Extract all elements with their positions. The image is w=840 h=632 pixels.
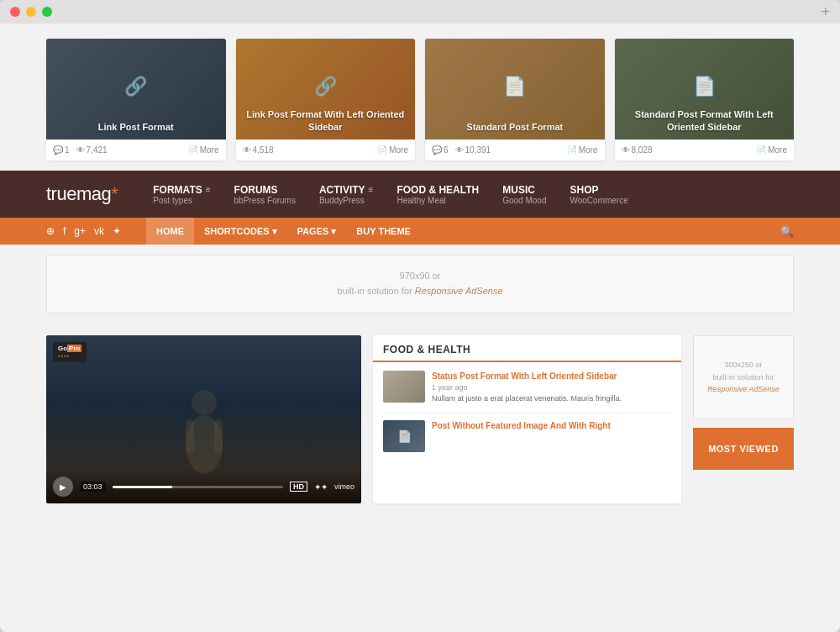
post-card-overlay-1: 🔗 Link Post Format	[46, 39, 226, 140]
logo-true: true	[46, 183, 76, 204]
food-info-1: Status Post Format With Left Oriented Si…	[432, 371, 622, 404]
more-link-1[interactable]: 📄 More	[188, 145, 219, 155]
orange-nav-shortcodes[interactable]: SHORTCODES ▾	[194, 218, 287, 245]
divider-icon: ✦✦	[314, 482, 328, 492]
nav-item-music[interactable]: MUSIC Good Mood	[491, 171, 558, 218]
food-item-1: Status Post Format With Left Oriented Si…	[383, 371, 671, 404]
minimize-button[interactable]	[26, 7, 36, 17]
nav-item-forums[interactable]: FORUMS bbPress Forums	[223, 171, 307, 218]
post-card-image-1[interactable]: 🔗 Link Post Format	[46, 39, 226, 140]
formats-menu-icon: ≡	[206, 185, 211, 194]
close-button[interactable]	[10, 7, 20, 17]
post-card-overlay-4: 📄 Standard Post Format With Left Oriente…	[615, 39, 795, 140]
nav-item-food-health[interactable]: FOOD & HEALTH Healthy Meal	[385, 171, 491, 218]
video-controls: ▶ 03:03 HD ✦✦ vimeo	[46, 470, 361, 503]
video-player[interactable]: GoPro ▪▪▪▪ ▶ 03:03	[46, 335, 361, 503]
gopro-badge: GoPro ▪▪▪▪	[53, 342, 87, 362]
svg-point-0	[192, 390, 217, 415]
nav-item-formats[interactable]: FORMATS ≡ Post types	[141, 171, 222, 218]
ad-desc-label: built-in solution for Responsive AdSense	[337, 284, 502, 299]
nav-item-formats-sub: Post types	[153, 196, 210, 205]
ad-banner-area: 970x90 or built-in solution for Responsi…	[0, 245, 840, 324]
rss-icon[interactable]: ⊕	[46, 225, 55, 237]
post-card-meta-2: 👁 4,518 📄 More	[236, 140, 416, 161]
person-silhouette	[171, 386, 238, 478]
food-date-1: 1 year ago	[432, 383, 622, 392]
titlebar: +	[0, 0, 840, 24]
post-card-4: 📄 Standard Post Format With Left Oriente…	[615, 39, 795, 161]
nav-item-shop-sub: WooCommerce	[570, 196, 627, 205]
play-button[interactable]: ▶	[53, 477, 73, 497]
shortcodes-dropdown-icon: ▾	[272, 226, 277, 237]
food-title-1[interactable]: Status Post Format With Left Oriented Si…	[432, 371, 622, 382]
post-card-1: 🔗 Link Post Format 💬 1 👁 7,421 📄 More	[46, 39, 226, 161]
nav-item-shop[interactable]: SHOP WooCommerce	[558, 171, 639, 218]
nav-item-formats-label: FORMATS ≡	[153, 184, 210, 196]
progress-bar[interactable]	[113, 486, 283, 488]
orange-nav-home[interactable]: HOME	[146, 218, 194, 245]
view-count-1: 👁 7,421	[76, 145, 108, 155]
sidebar-panels: FOOD & HEALTH Status Post Format With Le…	[373, 335, 794, 503]
orange-nav-buy-theme[interactable]: BUY THEME	[346, 218, 421, 245]
food-desc-1: Nullam at justo a erat placerat venenati…	[432, 393, 622, 404]
link-icon-1: 🔗	[124, 76, 147, 97]
gopro-pro: Pro	[67, 345, 81, 352]
post-card-title-4: Standard Post Format With Left Oriented …	[622, 108, 788, 133]
post-card-image-2[interactable]: 🔗 Link Post Format With Left Oriented Si…	[236, 39, 416, 140]
orange-nav-bar: ⊕ f g+ vk ✦ HOME SHORTCODES ▾ PAGES ▾ BU…	[0, 218, 840, 245]
nav-item-music-label: MUSIC	[502, 184, 546, 196]
ad-box-970: 970x90 or built-in solution for Responsi…	[46, 255, 794, 313]
vimeo-logo: vimeo	[334, 482, 354, 491]
ad-sidebar: 300x250 or built-in solution for Respons…	[693, 335, 794, 503]
ad-sidebar-link: Responsive AdSense	[707, 383, 780, 395]
comment-count-1: 💬 1	[53, 145, 70, 155]
food-health-panel: FOOD & HEALTH Status Post Format With Le…	[373, 335, 681, 503]
food-thumb-1	[383, 371, 425, 403]
most-viewed-label: MOST VIEWED	[708, 444, 779, 454]
hd-badge: HD	[290, 482, 307, 492]
post-card-title-1: Link Post Format	[53, 121, 219, 133]
twitter-icon[interactable]: ✦	[113, 225, 121, 237]
post-card-meta-4: 👁 8,028 📄 More	[615, 140, 795, 161]
nav-item-activity-sub: BuddyPress	[319, 196, 374, 205]
nav-item-shop-label: SHOP	[570, 184, 627, 196]
maximize-button[interactable]	[42, 7, 52, 17]
facebook-icon[interactable]: f	[63, 225, 66, 237]
main-content-area: GoPro ▪▪▪▪ ▶ 03:03	[0, 324, 840, 503]
new-tab-button[interactable]: +	[821, 3, 830, 21]
food-title-2[interactable]: Post Without Featured Image And With Rig…	[432, 420, 611, 431]
view-count-2: 👁 4,518	[243, 145, 274, 155]
orange-nav-items: HOME SHORTCODES ▾ PAGES ▾ BUY THEME	[146, 218, 421, 245]
pages-dropdown-icon: ▾	[331, 226, 336, 237]
post-card-image-4[interactable]: 📄 Standard Post Format With Left Oriente…	[615, 39, 795, 140]
most-viewed-box[interactable]: MOST VIEWED	[693, 428, 794, 470]
browser-content: 🔗 Link Post Format 💬 1 👁 7,421 📄 More 🔗 …	[0, 24, 840, 632]
post-cards-row: 🔗 Link Post Format 💬 1 👁 7,421 📄 More 🔗 …	[0, 24, 840, 171]
time-display: 03:03	[80, 482, 106, 492]
post-card-meta-1: 💬 1 👁 7,421 📄 More	[46, 140, 226, 161]
vk-icon[interactable]: vk	[94, 225, 104, 237]
post-card-title-3: Standard Post Format	[432, 121, 598, 133]
gopro-go: Go	[58, 345, 67, 352]
google-plus-icon[interactable]: g+	[74, 225, 86, 237]
logo-asterisk: *	[111, 183, 118, 204]
post-card-meta-3: 💬 6 👁 10,391 📄 More	[425, 140, 605, 161]
document-icon-4: 📄	[693, 76, 716, 97]
nav-item-food-label: FOOD & HEALTH	[396, 184, 479, 196]
search-icon[interactable]: 🔍	[780, 225, 794, 238]
more-link-3[interactable]: 📄 More	[567, 145, 598, 155]
nav-item-activity[interactable]: ACTIVITY ≡ BuddyPress	[307, 171, 386, 218]
site-logo[interactable]: truemag*	[46, 183, 118, 205]
post-card-overlay-3: 📄 Standard Post Format	[425, 39, 605, 140]
more-link-2[interactable]: 📄 More	[377, 145, 408, 155]
more-link-4[interactable]: 📄 More	[756, 145, 787, 155]
nav-items-list: FORMATS ≡ Post types FORUMS bbPress Foru…	[141, 171, 639, 218]
ad-responsive-label: Responsive AdSense	[415, 286, 503, 296]
svg-rect-3	[214, 419, 223, 453]
post-card-overlay-2: 🔗 Link Post Format With Left Oriented Si…	[236, 39, 416, 140]
social-icons-group: ⊕ f g+ vk ✦	[46, 225, 121, 237]
view-count-3: 👁 10,391	[455, 145, 491, 155]
post-card-image-3[interactable]: 📄 Standard Post Format	[425, 39, 605, 140]
orange-nav-pages[interactable]: PAGES ▾	[287, 218, 347, 245]
gopro-dots: ▪▪▪▪	[58, 353, 70, 359]
